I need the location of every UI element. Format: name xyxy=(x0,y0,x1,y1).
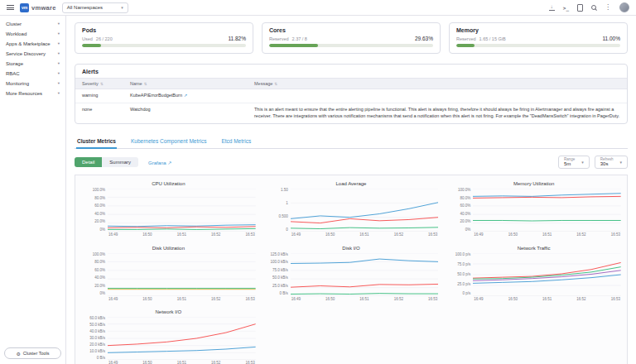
y-tick-label: 60.0% xyxy=(94,204,105,208)
x-tick-label: 16:53 xyxy=(611,233,620,237)
y-tick-label: 100.0% xyxy=(458,189,470,193)
range-select[interactable]: Range 5m ▾ xyxy=(558,156,590,170)
alerts-title: Alerts xyxy=(75,65,627,78)
x-axis: 16:4916:5016:5116:5216:53 xyxy=(291,298,439,302)
y-tick-label: 1 xyxy=(286,202,288,206)
hamburger-menu-icon[interactable] xyxy=(7,5,14,10)
x-tick-label: 16:53 xyxy=(611,298,620,302)
x-tick-label: 16:52 xyxy=(576,298,585,302)
main-content: Pods Used 26 / 220 11.82% Cores Reserved… xyxy=(66,16,636,364)
metric-label: Used xyxy=(82,36,93,41)
alerts-section: Alerts Severity⇅ Name⇅ Message⇅ warning … xyxy=(75,64,628,124)
sidebar-item-more-resources[interactable]: More Resources▾ xyxy=(0,89,65,98)
chevron-down-icon: ▾ xyxy=(58,22,60,26)
summary-button[interactable]: Summary xyxy=(102,157,138,167)
kubectl-shell-icon[interactable]: >_ xyxy=(563,5,569,11)
top-header: vm vmware All Namespaces ▾ ↓ >_ ⋮ xyxy=(0,0,636,16)
x-tick-label: 16:49 xyxy=(292,298,301,302)
charts-grid: CPU Utilization100.0%80.0%60.0%40.0%20.0… xyxy=(81,181,621,364)
x-axis: 16:4916:5016:5116:5216:53 xyxy=(473,298,621,302)
y-tick-label: 0 B/s xyxy=(279,292,287,296)
tab-kubernetes-component-metrics[interactable]: Kubernetes Component Metrics xyxy=(130,136,207,148)
y-tick-label: 40.0% xyxy=(94,276,105,280)
column-header-name[interactable]: Name⇅ xyxy=(123,79,248,89)
x-tick-label: 16:53 xyxy=(245,233,254,237)
chart-disk-i-o: Disk I/O125.0 kB/s100.0 kB/s75.0 kB/s50.… xyxy=(264,246,439,302)
y-tick-label: 60.0% xyxy=(94,269,105,273)
progress-bar xyxy=(82,44,246,47)
search-icon[interactable] xyxy=(591,5,596,10)
chart-title: CPU Utilization xyxy=(81,181,256,186)
y-tick-label: 0% xyxy=(99,292,105,296)
x-tick-label: 16:50 xyxy=(325,298,335,302)
namespace-selector[interactable]: All Namespaces ▾ xyxy=(62,2,128,13)
y-axis: 100.0%80.0%60.0%40.0%20.0%0% xyxy=(446,189,473,232)
sidebar-item-monitoring[interactable]: Monitoring▾ xyxy=(0,79,65,89)
detail-button[interactable]: Detail xyxy=(75,157,102,167)
y-axis: 100.0 p/s75.0 p/s50.0 p/s25.0 p/s0 p/s xyxy=(446,253,473,296)
chart-plot xyxy=(473,189,621,232)
chart-cpu-utilization: CPU Utilization100.0%80.0%60.0%40.0%20.0… xyxy=(81,181,256,237)
x-tick-label: 16:52 xyxy=(394,233,403,237)
grafana-link[interactable]: Grafana ↗ xyxy=(148,160,171,165)
x-axis: 16:4916:5016:5116:5216:53 xyxy=(291,233,439,237)
chart-title: Disk Utilization xyxy=(81,246,256,251)
x-tick-label: 16:52 xyxy=(576,233,585,237)
sidebar-item-rbac[interactable]: RBAC▾ xyxy=(0,69,65,79)
chevron-down-icon: ▾ xyxy=(58,82,60,86)
metrics-controls: Detail Summary Grafana ↗ Range 5m ▾ Refr… xyxy=(75,156,628,170)
x-tick-label: 16:49 xyxy=(474,298,483,302)
x-tick-label: 16:51 xyxy=(177,298,186,302)
y-tick-label: 80.0% xyxy=(94,261,105,265)
chart-plot xyxy=(473,253,621,296)
alert-name-link[interactable]: KubeAPIErrorBudgetBurn xyxy=(130,93,182,98)
chart-plot xyxy=(291,189,439,232)
x-tick-label: 16:50 xyxy=(508,298,518,302)
column-header-message[interactable]: Message⇅ xyxy=(248,79,627,89)
memory-card: Memory Reserved 1.65 / 15 GiB 11.00% xyxy=(449,22,628,54)
y-tick-label: 60.0% xyxy=(460,204,471,208)
x-tick-label: 16:51 xyxy=(359,233,369,237)
chevron-down-icon: ▾ xyxy=(619,160,622,165)
y-tick-label: 1.50 xyxy=(281,189,288,193)
x-tick-label: 16:49 xyxy=(108,233,118,237)
metric-value: 1.65 / 15 GiB xyxy=(479,36,506,41)
y-axis: 1.5010.5000 xyxy=(264,189,291,232)
tab-cluster-metrics[interactable]: Cluster Metrics xyxy=(76,136,117,149)
chart-load-average: Load Average1.5010.500016:4916:5016:5116… xyxy=(264,181,439,237)
download-kubeconfig-icon[interactable]: ↓ xyxy=(549,4,555,11)
column-header-severity[interactable]: Severity⇅ xyxy=(75,79,123,89)
sidebar-item-service-discovery[interactable]: Service Discovery▾ xyxy=(0,49,65,59)
sidebar-item-apps-marketplace[interactable]: Apps & Marketplace▾ xyxy=(0,39,65,49)
tab-etcd-metrics[interactable]: Etcd Metrics xyxy=(220,136,252,148)
alert-severity: none xyxy=(75,103,123,122)
cluster-tools-button[interactable]: ⚙ Cluster Tools xyxy=(4,347,61,359)
x-tick-label: 16:53 xyxy=(428,233,437,237)
progress-bar xyxy=(456,44,620,47)
y-tick-label: 50.0 kB/s xyxy=(89,323,105,328)
chart-title: Network Traffic xyxy=(446,246,621,251)
sidebar-item-cluster[interactable]: Cluster▾ xyxy=(0,19,65,29)
x-tick-label: 16:51 xyxy=(542,298,552,302)
metric-label: Reserved xyxy=(269,36,289,41)
y-tick-label: 80.0% xyxy=(460,197,471,201)
pods-card: Pods Used 26 / 220 11.82% xyxy=(75,22,253,54)
resource-cards: Pods Used 26 / 220 11.82% Cores Reserved… xyxy=(75,22,628,54)
metrics-section: Cluster Metrics Kubernetes Component Met… xyxy=(75,136,628,364)
user-avatar[interactable] xyxy=(619,2,629,12)
kebab-menu-icon[interactable]: ⋮ xyxy=(605,4,611,11)
sidebar-item-storage[interactable]: Storage▾ xyxy=(0,59,65,69)
x-tick-label: 16:51 xyxy=(177,233,186,237)
y-tick-label: 100.0 p/s xyxy=(455,253,471,257)
x-tick-label: 16:51 xyxy=(359,298,369,302)
chart-plot xyxy=(291,253,439,296)
chart-plot xyxy=(108,253,256,296)
refresh-select[interactable]: Refresh 30s ▾ xyxy=(595,156,628,170)
import-yaml-icon[interactable] xyxy=(577,4,583,12)
x-tick-label: 16:50 xyxy=(325,233,335,237)
y-tick-label: 75.0 p/s xyxy=(457,263,470,267)
external-link-icon[interactable]: ↗ xyxy=(184,93,187,98)
sidebar-item-workload[interactable]: Workload▾ xyxy=(0,29,65,39)
card-title: Pods xyxy=(82,27,246,33)
y-tick-label: 20.0 kB/s xyxy=(89,343,105,347)
